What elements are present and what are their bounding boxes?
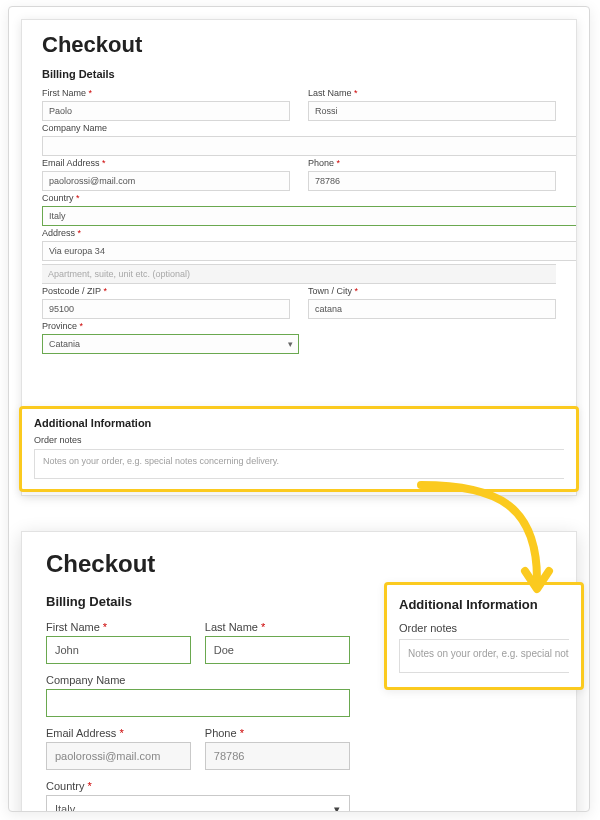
country-input[interactable] (42, 206, 576, 226)
outer-frame: Checkout Billing Details First Name * La… (8, 6, 590, 812)
top-checkout-panel: Checkout Billing Details First Name * La… (21, 19, 577, 496)
province-select[interactable] (42, 334, 299, 354)
additional-info-highlight-top: Additional Information Order notes Notes… (19, 406, 579, 492)
email-input[interactable] (42, 171, 290, 191)
last-name-input[interactable] (205, 636, 350, 664)
additional-heading: Additional Information (399, 597, 569, 612)
company-label: Company Name (42, 123, 576, 133)
first-name-label: First Name * (46, 621, 191, 633)
billing-heading: Billing Details (42, 68, 556, 80)
email-input[interactable] (46, 742, 191, 770)
address2-input[interactable] (42, 264, 556, 284)
first-name-input[interactable] (46, 636, 191, 664)
email-label: Email Address * (42, 158, 290, 168)
last-name-label: Last Name * (205, 621, 350, 633)
phone-label: Phone * (308, 158, 556, 168)
company-input[interactable] (42, 136, 576, 156)
order-notes-label: Order notes (34, 435, 564, 445)
company-label: Company Name (46, 674, 350, 686)
additional-info-highlight-bottom: Additional Information Order notes Notes… (384, 582, 584, 690)
last-name-input[interactable] (308, 101, 556, 121)
address-label: Address * (42, 228, 576, 238)
country-select[interactable] (46, 795, 350, 812)
phone-label: Phone * (205, 727, 350, 739)
phone-input[interactable] (205, 742, 350, 770)
company-input[interactable] (46, 689, 350, 717)
country-label: Country * (46, 780, 350, 792)
bottom-checkout-panel: Checkout Billing Details First Name * La… (21, 531, 577, 812)
last-name-label: Last Name * (308, 88, 556, 98)
email-label: Email Address * (46, 727, 191, 739)
page-title: Checkout (42, 32, 556, 58)
town-input[interactable] (308, 299, 556, 319)
first-name-input[interactable] (42, 101, 290, 121)
phone-input[interactable] (308, 171, 556, 191)
town-label: Town / City * (308, 286, 556, 296)
page-title: Checkout (46, 550, 552, 578)
additional-heading: Additional Information (34, 417, 564, 429)
postcode-label: Postcode / ZIP * (42, 286, 290, 296)
billing-heading: Billing Details (46, 594, 350, 609)
address-input[interactable] (42, 241, 576, 261)
order-notes-input[interactable]: Notes on your order, e.g. special notes (399, 639, 569, 673)
province-label: Province * (42, 321, 299, 331)
postcode-input[interactable] (42, 299, 290, 319)
order-notes-input[interactable]: Notes on your order, e.g. special notes … (34, 449, 564, 479)
order-notes-label: Order notes (399, 622, 569, 634)
first-name-label: First Name * (42, 88, 290, 98)
country-label: Country * (42, 193, 576, 203)
